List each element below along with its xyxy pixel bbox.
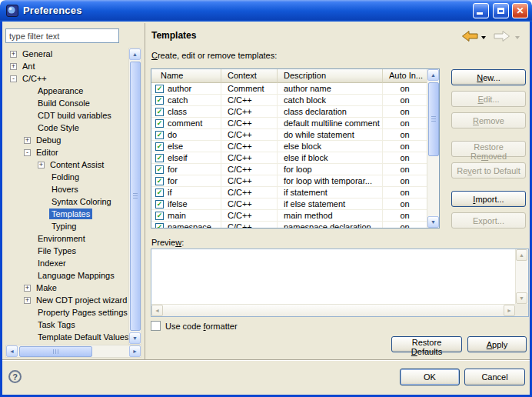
help-icon[interactable]: ? [8, 370, 22, 383]
remove-button[interactable]: Remove [451, 112, 526, 128]
checkbox-icon[interactable]: ✓ [155, 85, 164, 93]
tree-item-make[interactable]: +Make [5, 282, 128, 294]
tree-item-c-c[interactable]: -C/C++ [5, 72, 128, 85]
checkbox-icon[interactable]: ✓ [155, 142, 164, 151]
template-row-elseif[interactable]: ✓elseifC/C++else if blockon [151, 152, 427, 164]
preview-area[interactable]: ▲ ▼ ◄ ► [151, 249, 529, 317]
back-arrow-icon[interactable] [461, 30, 478, 42]
edit-button[interactable]: Edit... [451, 91, 526, 107]
template-row-class[interactable]: ✓classC/C++class declarationon [151, 106, 427, 118]
checkbox-icon[interactable]: ✓ [155, 119, 164, 128]
template-row-ifelse[interactable]: ✓ifelseC/C++if else statementon [151, 198, 427, 210]
checkbox-icon[interactable]: ✓ [155, 165, 164, 174]
checkbox-icon[interactable]: ✓ [155, 200, 164, 209]
checkbox-icon[interactable]: ✓ [155, 188, 164, 197]
apply-button[interactable]: Apply [467, 336, 527, 352]
tree-item-cdt-build-variables[interactable]: CDT build variables [5, 109, 128, 122]
new-button[interactable]: New... [451, 69, 526, 85]
tree-item-editor[interactable]: -Editor [5, 146, 128, 158]
maximize-button-icon[interactable] [493, 3, 509, 18]
revert-to-default-button[interactable]: Revert to Default [451, 162, 526, 178]
template-row-else[interactable]: ✓elseC/C++else blockon [151, 141, 427, 152]
tree-item-new-cdt-project-wizard[interactable]: +New CDT project wizard [5, 294, 128, 306]
tree-item-build-console[interactable]: Build Console [5, 97, 128, 109]
checkbox-icon[interactable]: ✓ [155, 223, 164, 229]
scroll-down-icon[interactable]: ▼ [427, 216, 439, 228]
tree-item-ant[interactable]: +Ant [5, 60, 128, 72]
column-header-description[interactable]: Description [278, 69, 383, 83]
checkbox-icon[interactable]: ✓ [155, 131, 164, 139]
tree-hscroll-thumb[interactable] [19, 346, 92, 357]
tree-item-appearance[interactable]: Appearance [5, 85, 128, 97]
scroll-up-icon[interactable]: ▲ [427, 69, 439, 81]
column-header-name[interactable]: Name [151, 69, 221, 83]
scroll-down-icon[interactable]: ▼ [516, 292, 527, 304]
preview-text[interactable] [153, 251, 514, 302]
table-vertical-scrollbar[interactable]: ▲ ▼ [427, 69, 439, 228]
templates-table[interactable]: Name Context Description Auto In... ✓aut… [151, 68, 440, 229]
use-code-formatter-checkbox[interactable] [151, 321, 161, 331]
template-row-for[interactable]: ✓forC/C++for loop with temporar...on [151, 175, 427, 187]
checkbox-icon[interactable]: ✓ [155, 108, 164, 116]
scroll-up-icon[interactable]: ▲ [129, 48, 141, 60]
use-code-formatter-label[interactable]: Use code formatter [165, 322, 238, 331]
collapse-icon[interactable]: - [24, 149, 31, 156]
minimize-button-icon[interactable] [473, 3, 489, 18]
preview-horizontal-scrollbar[interactable]: ◄ ► [151, 304, 515, 316]
scroll-left-icon[interactable]: ◄ [6, 345, 18, 357]
tree-scroll-thumb[interactable] [130, 62, 141, 331]
expand-icon[interactable]: + [10, 51, 17, 58]
template-row-namespace[interactable]: ✓namespaceC/C++namespace declarationon [151, 222, 427, 228]
tree-item-folding[interactable]: Folding [5, 171, 128, 183]
template-row-main[interactable]: ✓mainC/C++main methodon [151, 210, 427, 222]
preferences-tree[interactable]: +General+Ant-C/C++AppearanceBuild Consol… [5, 48, 128, 345]
tree-item-indexer[interactable]: Indexer [5, 257, 128, 269]
tree-item-property-pages-settings[interactable]: Property Pages settings [5, 306, 128, 319]
expand-icon[interactable]: + [38, 162, 45, 168]
restore-defaults-button[interactable]: Restore Defaults [391, 336, 462, 352]
tree-item-task-tags[interactable]: Task Tags [5, 319, 128, 331]
template-row-catch[interactable]: ✓catchC/C++catch blockon [151, 95, 427, 106]
tree-item-general[interactable]: +General [5, 48, 128, 60]
close-button-icon[interactable]: ✕ [512, 3, 528, 18]
checkbox-icon[interactable]: ✓ [155, 96, 164, 105]
scroll-up-icon[interactable]: ▲ [516, 249, 527, 261]
tree-item-typing[interactable]: Typing [5, 220, 128, 232]
filter-input[interactable] [5, 28, 119, 43]
template-row-comment[interactable]: ✓commentC/C++default multiline commenton [151, 118, 427, 129]
tree-horizontal-scrollbar[interactable]: ◄ ► [5, 345, 141, 358]
tree-item-template-default-values[interactable]: Template Default Values [5, 331, 128, 343]
tree-item-syntax-coloring[interactable]: Syntax Coloring [5, 195, 128, 208]
tree-item-templates[interactable]: Templates [5, 208, 128, 220]
restore-removed-button[interactable]: Restore Removed [451, 141, 526, 157]
checkbox-icon[interactable]: ✓ [155, 154, 164, 162]
preview-vertical-scrollbar[interactable]: ▲ ▼ [515, 249, 528, 304]
forward-arrow-icon[interactable] [494, 30, 510, 42]
expand-icon[interactable]: + [24, 297, 31, 304]
expand-icon[interactable]: + [24, 137, 31, 144]
back-dropdown-icon[interactable] [481, 36, 486, 39]
cancel-button[interactable]: Cancel [464, 369, 525, 385]
template-row-do[interactable]: ✓doC/C++do while statementon [151, 129, 427, 141]
tree-item-code-style[interactable]: Code Style [5, 122, 128, 134]
import-button[interactable]: Import... [451, 191, 526, 207]
tree-item-environment[interactable]: Environment [5, 232, 128, 245]
checkbox-icon[interactable]: ✓ [155, 177, 164, 185]
expand-icon[interactable]: + [10, 63, 17, 70]
tree-item-file-types[interactable]: File Types [5, 245, 128, 257]
forward-dropdown-icon[interactable] [515, 36, 520, 39]
template-row-if[interactable]: ✓ifC/C++if statementon [151, 187, 427, 198]
collapse-icon[interactable]: - [10, 75, 17, 82]
scroll-right-icon[interactable]: ► [504, 305, 515, 316]
scroll-left-icon[interactable]: ◄ [151, 305, 163, 316]
template-row-for[interactable]: ✓forC/C++for loopon [151, 164, 427, 175]
table-scroll-thumb[interactable] [428, 82, 439, 156]
ok-button[interactable]: OK [400, 369, 460, 385]
column-header-auto-insert[interactable]: Auto In... [383, 69, 427, 83]
template-row-author[interactable]: ✓authorCommentauthor nameon [151, 83, 427, 95]
tree-item-hovers[interactable]: Hovers [5, 183, 128, 195]
tree-item-language-mappings[interactable]: Language Mappings [5, 269, 128, 282]
tree-vertical-scrollbar[interactable]: ▲ ▼ [128, 48, 141, 345]
scroll-down-icon[interactable]: ▼ [129, 332, 141, 344]
tree-item-debug[interactable]: +Debug [5, 134, 128, 146]
